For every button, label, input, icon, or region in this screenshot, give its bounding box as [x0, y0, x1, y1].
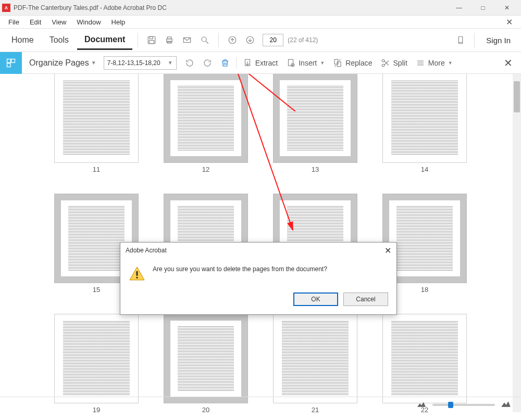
titlebar: A PDF-The Canterbury Tales.pdf - Adobe A… [0, 0, 521, 16]
print-icon[interactable] [161, 32, 178, 48]
svg-rect-13 [7, 59, 11, 62]
sign-in-button[interactable]: Sign In [480, 36, 517, 45]
svg-point-7 [202, 37, 206, 42]
svg-rect-2 [150, 41, 154, 44]
menubar: File Edit View Window Help ✕ [0, 16, 521, 28]
replace-button[interactable]: Replace [329, 56, 376, 70]
page-number-input[interactable] [263, 34, 283, 46]
warning-icon [129, 265, 145, 282]
email-icon[interactable] [179, 32, 195, 48]
separator [218, 33, 219, 47]
menu-window[interactable]: Window [71, 17, 106, 27]
delete-pages-button[interactable] [216, 56, 234, 70]
tab-home[interactable]: Home [4, 31, 41, 49]
page-thumbnail[interactable]: 11 [55, 74, 138, 173]
workspace: 111213141516171819202122 Adobe Acrobat ✕… [0, 74, 521, 412]
zoom-slider[interactable] [432, 404, 495, 406]
dialog-message: Are you sure you want to delete the page… [153, 265, 327, 273]
minimize-button[interactable]: — [447, 0, 471, 16]
maximize-button[interactable]: □ [471, 0, 495, 16]
page-number-label: 18 [421, 286, 428, 294]
vertical-scrollbar[interactable] [513, 74, 521, 412]
page-thumbnail[interactable]: 14 [383, 74, 466, 173]
thumbnails-toggle-button[interactable] [0, 52, 22, 74]
extract-button[interactable]: Extract [239, 56, 282, 70]
search-icon[interactable] [196, 32, 213, 48]
svg-rect-14 [11, 59, 15, 62]
page-number-label: 12 [202, 166, 209, 173]
rotate-ccw-button[interactable] [181, 56, 199, 70]
save-icon[interactable] [143, 32, 160, 48]
menu-help[interactable]: Help [106, 17, 131, 27]
svg-rect-4 [168, 37, 172, 39]
organize-pages-dropdown[interactable]: Organize Pages▼ [22, 58, 104, 68]
page-thumbnail[interactable]: 13 [274, 74, 357, 173]
prev-page-icon[interactable] [224, 32, 241, 48]
menu-view[interactable]: View [46, 17, 71, 27]
ok-button[interactable]: OK [293, 292, 338, 306]
main-toolbar: Home Tools Document (22 of 412) Sign In [0, 28, 521, 52]
large-thumb-icon[interactable] [501, 400, 511, 410]
page-thumbnail[interactable]: 12 [164, 74, 247, 173]
separator [138, 33, 138, 47]
split-button[interactable]: Split [377, 56, 412, 70]
confirm-delete-dialog: Adobe Acrobat ✕ Are you sure you want to… [120, 242, 397, 315]
tab-tools[interactable]: Tools [42, 31, 76, 49]
page-range-input[interactable]: 7-8,12-13,15-18,20▼ [104, 56, 177, 70]
svg-rect-28 [137, 271, 138, 276]
next-page-icon[interactable] [242, 32, 258, 48]
separator [236, 57, 237, 69]
svg-rect-15 [7, 63, 11, 67]
mobile-link-icon[interactable] [452, 32, 469, 48]
more-button[interactable]: More▼ [412, 56, 457, 70]
page-count-label: (22 of 412) [288, 36, 318, 44]
window-title: PDF-The Canterbury Tales.pdf - Adobe Acr… [14, 4, 447, 11]
status-bar [0, 397, 521, 412]
close-window-button[interactable]: ✕ [495, 0, 519, 16]
svg-point-22 [382, 64, 384, 67]
menu-edit[interactable]: Edit [24, 17, 46, 27]
svg-rect-1 [150, 36, 153, 39]
page-number-label: 15 [93, 286, 100, 294]
app-icon: A [2, 4, 10, 12]
small-thumb-icon[interactable] [417, 400, 426, 410]
dialog-close-button[interactable]: ✕ [384, 246, 391, 256]
svg-rect-29 [137, 277, 138, 278]
page-number-label: 13 [312, 166, 319, 173]
page-number-label: 11 [93, 166, 100, 173]
svg-line-8 [206, 41, 209, 44]
close-document-button[interactable]: ✕ [501, 17, 518, 27]
organize-toolbar: Organize Pages▼ 7-8,12-13,15-18,20▼ Extr… [0, 52, 521, 74]
cancel-button[interactable]: Cancel [343, 292, 388, 306]
menu-file[interactable]: File [3, 17, 24, 27]
page-number-label: 14 [421, 166, 428, 173]
dialog-titlebar: Adobe Acrobat ✕ [120, 243, 396, 258]
insert-button[interactable]: Insert▼ [282, 56, 329, 70]
svg-point-21 [382, 59, 384, 62]
rotate-cw-button[interactable] [199, 56, 216, 70]
close-tool-button[interactable]: ✕ [495, 57, 521, 69]
dialog-title: Adobe Acrobat [126, 247, 167, 254]
separator [474, 33, 475, 47]
tab-document[interactable]: Document [77, 31, 132, 50]
